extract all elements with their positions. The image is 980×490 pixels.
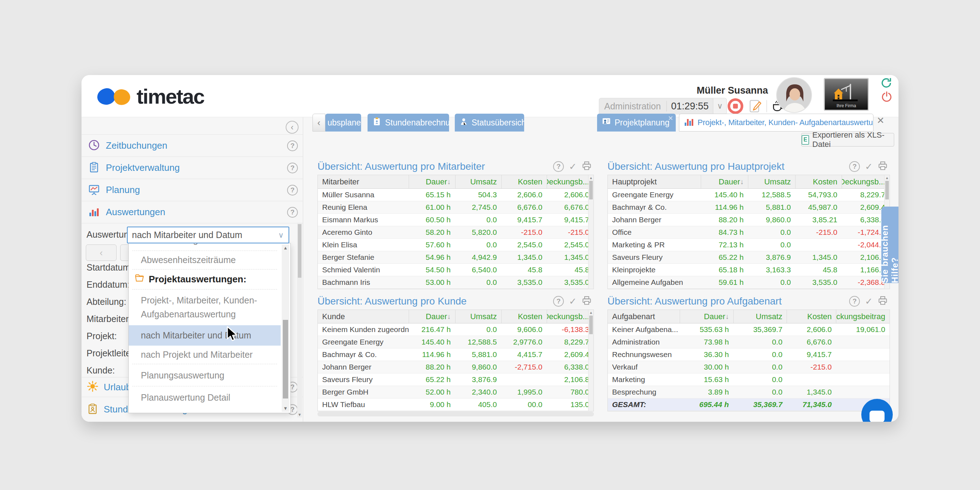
table-row[interactable]: Schmied Valentin54.50 h6,540.045.845.8 — [318, 264, 593, 276]
close-icon[interactable]: ✕ — [668, 115, 673, 122]
scroll-up-arrow[interactable]: ▲ — [589, 176, 593, 180]
dropdown-item-projekt-mitarbeiter-kunden[interactable]: Projekt-, Mitarbeiter, Kunden- Aufgabena… — [129, 290, 281, 325]
dropdown-scrollbar[interactable]: ▲ ▼ — [282, 245, 289, 412]
table-row[interactable]: Besprechung3.89 h0.01,345.0 — [608, 386, 889, 398]
print-icon[interactable] — [878, 161, 888, 172]
close-icon[interactable]: ✕ — [877, 115, 885, 126]
user-avatar[interactable] — [776, 77, 812, 113]
table-header-cell: Kosten — [787, 310, 836, 323]
table-row[interactable]: Greengate Energy145.40 h12,588.554,793.0… — [608, 189, 889, 201]
table-row[interactable]: Verkauf30.00 h0.0-215.0 — [608, 361, 889, 374]
print-icon[interactable] — [878, 296, 888, 307]
help-icon[interactable]: ? — [849, 161, 860, 172]
help-icon[interactable]: ? — [287, 140, 298, 151]
scrollbar-thumb[interactable] — [283, 320, 288, 398]
check-icon[interactable]: ✓ — [865, 296, 873, 307]
sidebar-item-planung[interactable]: Planung ? — [81, 179, 303, 201]
tab-auswertung-active[interactable]: Projekt-, Mitarbeiter, Kunden- Aufgabena… — [679, 114, 873, 132]
dropdown-item-planauswertung-detail[interactable]: Planauswertung Detail — [129, 387, 281, 408]
date-back-button[interactable]: ‹ — [86, 245, 116, 261]
dropdown-item-clipped[interactable]: g — [129, 243, 281, 251]
tab-stundenabrechnung[interactable]: Stundenabrechnung — [368, 114, 449, 132]
table-row[interactable]: Bachmayr & Co.114.96 h5,881.04,415.72,60… — [318, 348, 593, 361]
task-timer-widget[interactable]: Administration 01:29:55 ∨ — [599, 98, 727, 115]
dropdown-item-planungsauswertung[interactable]: Planungsauswertung — [129, 364, 281, 386]
scroll-down-arrow[interactable]: ▼ — [297, 412, 302, 417]
dropdown-item-abwesenheitszeitraeume[interactable]: Abwesenheitszeiträume — [129, 251, 281, 269]
scrollbar-thumb[interactable] — [298, 224, 301, 278]
chevron-down-icon[interactable]: ∨ — [274, 231, 288, 239]
help-icon[interactable]: ? — [287, 207, 298, 218]
print-icon[interactable] — [582, 161, 592, 172]
timer-value: 01:29:55 — [667, 101, 713, 112]
table-row[interactable]: Marketing & PR72.13 h0.0-2,044.9 — [608, 239, 889, 251]
table-row[interactable]: Administration73.98 h0.06,676.0 — [608, 336, 889, 348]
collapse-sidebar-button[interactable]: ‹ — [286, 121, 299, 134]
help-icon[interactable]: ? — [287, 185, 298, 196]
table-row[interactable]: Allgemeine Aufgaben59.61 h0.03,535.0-2,3… — [608, 276, 889, 289]
current-task-field[interactable]: Administration — [599, 101, 667, 111]
tab-scroll-left-button[interactable]: ‹ — [312, 114, 325, 132]
help-icon[interactable]: ? — [849, 296, 860, 307]
table-row[interactable]: Kleinprojekte65.18 h3,163.345.81,166.0 — [608, 264, 889, 276]
sidebar-item-zeitbuchungen[interactable]: Zeitbuchungen ? — [81, 135, 303, 157]
scrollbar-thumb[interactable] — [589, 181, 593, 199]
sidebar-item-projektverwaltung[interactable]: Projektverwaltung ? — [81, 157, 303, 179]
table-row[interactable]: Reunig Elena61.00 h2,745.06,676.06,676.0 — [318, 201, 593, 214]
table-row[interactable]: Marketing15.63 h0.0 — [608, 374, 889, 386]
scrollbar-thumb[interactable] — [589, 316, 593, 334]
help-icon[interactable]: ? — [553, 161, 564, 172]
help-icon[interactable]: ? — [287, 162, 298, 173]
scroll-up-arrow[interactable]: ▲ — [589, 310, 593, 315]
table-row[interactable]: Johann Berger88.20 h9,860.0-2,715.06,338… — [318, 361, 593, 374]
sort-descending-icon[interactable]: ↓ — [725, 312, 729, 321]
table-row[interactable]: Keiner Aufgabena...535.63 h35,369.72,606… — [608, 323, 889, 336]
help-side-tab[interactable]: Sie brauchen Hilfe? — [881, 207, 899, 283]
export-xls-button[interactable]: E Exportieren als XLS-Datei — [801, 133, 894, 146]
table-row[interactable]: Johann Berger88.20 h9,860.03,85.216,338.… — [608, 214, 889, 226]
check-icon[interactable]: ✓ — [569, 161, 577, 172]
table-row[interactable]: Rechnungswesen36.30 h0.09,415.7 — [608, 348, 889, 361]
check-icon[interactable]: ✓ — [865, 161, 873, 172]
table-row[interactable]: Berger Stefanie54.96 h4,942.91,345.01,34… — [318, 251, 593, 264]
horizontal-scrollbar[interactable] — [318, 412, 594, 416]
table-row[interactable]: Eismann Markus60.50 h0.09,415.79,415.7 — [318, 214, 593, 226]
stop-timer-button[interactable] — [727, 98, 744, 115]
table-row[interactable]: Klein Elisa57.60 h0.02,545.02,545.0 — [318, 239, 593, 251]
table-row[interactable]: Bachmayr & Co.114.96 h5,881.045,987.02,6… — [608, 201, 889, 214]
help-icon[interactable]: ? — [553, 296, 564, 307]
dropdown-item-nach-projekt-und-mitarbeiter[interactable]: nach Projekt und Mitarbeiter — [129, 345, 281, 364]
scrollbar-thumb[interactable] — [885, 181, 889, 199]
table-scrollbar[interactable]: ▲ — [588, 175, 593, 289]
table-scrollbar[interactable]: ▲ — [588, 310, 593, 411]
auswertung-combobox[interactable]: nach Mitarbeiter und Datum ∨ — [127, 227, 289, 243]
sidebar-item-auswertungen[interactable]: Auswertungen ? — [81, 201, 303, 223]
table-row[interactable]: Office84.73 h0.0-215.0-1,724.6 — [608, 226, 889, 239]
check-icon[interactable]: ✓ — [569, 296, 577, 307]
chevron-down-icon[interactable]: ∨ — [713, 98, 727, 114]
table-row[interactable]: Berger GmbH52.00 h2,340.01,995.0780.0 — [318, 386, 593, 398]
dropdown-item-nach-mitarbeiter-und-datum[interactable]: nach Mitarbeiter und Datum — [129, 325, 281, 345]
table-row[interactable]: Aceremo Ginto58.20 h5,820.0-215.0-215.0 — [318, 226, 593, 239]
table-row[interactable]: Greengate Energy145.40 h12,588.52,9776.0… — [318, 336, 593, 348]
logout-power-icon[interactable] — [881, 91, 892, 103]
tab-projektplanung[interactable]: Projektplanung ✕ — [597, 114, 676, 132]
sort-descending-icon[interactable]: ↓ — [740, 178, 744, 186]
scroll-up-arrow[interactable]: ▲ — [885, 176, 889, 180]
edit-note-icon[interactable] — [747, 98, 763, 114]
table-row[interactable]: Müller Susanna65.15 h504.32,606.02,606.0 — [318, 189, 593, 201]
sort-descending-icon[interactable]: ↓ — [447, 178, 451, 186]
scroll-down-arrow[interactable]: ▼ — [282, 406, 289, 411]
table-row[interactable]: Saveurs Fleury65.22 h3,876.91,345.02,106… — [608, 251, 889, 264]
table-row[interactable]: Bachmann Iris53.00 h0.03,535.03,535.0 — [318, 276, 593, 289]
sidebar-scrollbar[interactable]: ▼ — [297, 223, 302, 417]
tab-urlaubsplaner[interactable]: ubsplaner — [325, 114, 361, 132]
print-icon[interactable] — [582, 296, 592, 307]
table-row[interactable]: Keinem Kunden zugeordnet216.47 h0.09,606… — [318, 323, 593, 336]
scroll-up-arrow[interactable]: ▲ — [282, 245, 289, 251]
tab-statusuebersicht[interactable]: Statusübersicht — [455, 114, 524, 132]
sort-descending-icon[interactable]: ↓ — [447, 312, 451, 321]
table-row[interactable]: Saveurs Fleury65.22 h3,876.92,106.8 — [318, 374, 593, 386]
table-row[interactable]: HLW Tiefbau9.00 h405.000.0135.0 — [318, 398, 593, 411]
refresh-icon[interactable] — [880, 76, 893, 89]
